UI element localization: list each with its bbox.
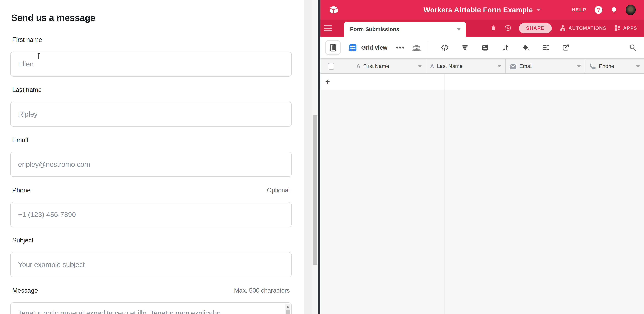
- page-title: Send us a message: [11, 12, 96, 23]
- message-maxchars-note: Max. 500 characters: [234, 287, 290, 294]
- airtable-window: Workers Airtable Form Example HELP ?: [320, 0, 644, 314]
- column-header-first-name[interactable]: A First Name: [320, 59, 426, 74]
- page-scrollbar-gutter: [304, 0, 318, 314]
- hide-fields-icon[interactable]: [441, 44, 449, 52]
- grid-header-row: A First Name A Last Name Email: [320, 59, 644, 74]
- view-sidebar-toggle-button[interactable]: [325, 40, 341, 55]
- grid-view-icon: [349, 44, 357, 52]
- column-caret-icon[interactable]: [498, 65, 501, 68]
- sort-icon[interactable]: [502, 44, 509, 52]
- color-fill-icon[interactable]: [522, 44, 529, 52]
- tab-form-submissions[interactable]: Form Submissions: [344, 22, 466, 37]
- add-record-plus-icon[interactable]: +: [325, 78, 330, 86]
- table-tabs-bar: Form Submissions: [320, 20, 644, 37]
- email-label: Email: [12, 137, 28, 144]
- airtable-logo-icon[interactable]: [329, 6, 338, 14]
- primary-column-divider: [444, 74, 444, 314]
- group-icon[interactable]: [482, 44, 489, 52]
- textarea-scrollbar[interactable]: [285, 304, 290, 314]
- first-name-label: First name: [12, 36, 42, 43]
- view-toolbar: Grid view: [320, 37, 644, 59]
- base-title-caret-icon[interactable]: [536, 9, 541, 11]
- notifications-bell-icon[interactable]: [610, 6, 618, 14]
- row-height-icon[interactable]: [542, 44, 550, 52]
- phone-label: Phone: [12, 187, 30, 194]
- apps-button[interactable]: APPS: [614, 25, 637, 32]
- last-name-label: Last name: [12, 86, 42, 93]
- phone-field-icon: [589, 63, 596, 70]
- user-avatar[interactable]: [626, 5, 636, 15]
- trash-icon[interactable]: [490, 25, 497, 32]
- grid-body: [320, 90, 644, 314]
- select-all-checkbox[interactable]: [328, 63, 334, 70]
- message-textarea[interactable]: Tenetur optio quaerat expedita vero et i…: [10, 302, 292, 314]
- email-field-icon: [509, 63, 516, 69]
- last-name-input[interactable]: [10, 102, 292, 127]
- filter-icon[interactable]: [462, 44, 469, 52]
- field-phone: Phone Optional: [10, 187, 292, 227]
- base-title[interactable]: Workers Airtable Form Example: [424, 6, 533, 14]
- view-options-ellipsis-icon[interactable]: [396, 47, 404, 49]
- scroll-up-arrow-icon[interactable]: [286, 306, 289, 308]
- airtable-app-header: Workers Airtable Form Example HELP ?: [320, 0, 644, 20]
- tables-menu-icon[interactable]: [324, 25, 332, 32]
- share-button[interactable]: SHARE: [519, 23, 552, 33]
- column-caret-icon[interactable]: [418, 65, 422, 68]
- field-last-name: Last name: [10, 86, 292, 127]
- textarea-scroll-thumb[interactable]: [286, 310, 290, 314]
- share-view-icon[interactable]: [562, 44, 570, 52]
- history-icon[interactable]: [504, 25, 512, 32]
- subject-label: Subject: [12, 237, 33, 244]
- message-label: Message: [12, 287, 38, 294]
- collaborators-icon[interactable]: [412, 44, 421, 51]
- column-header-last-name[interactable]: A Last Name: [426, 59, 506, 74]
- add-record-row[interactable]: +: [320, 74, 644, 90]
- field-subject: Subject: [10, 237, 292, 277]
- page-scrollbar-thumb[interactable]: [312, 115, 317, 265]
- column-header-phone[interactable]: Phone: [585, 59, 644, 74]
- window-divider: [318, 0, 320, 314]
- apps-icon: [614, 25, 621, 32]
- automations-button[interactable]: AUTOMATIONS: [559, 25, 606, 32]
- column-header-email[interactable]: Email: [506, 59, 585, 74]
- first-name-input[interactable]: [10, 52, 292, 77]
- text-field-icon: A: [430, 63, 434, 69]
- column-caret-icon[interactable]: [577, 65, 581, 68]
- help-question-icon[interactable]: ?: [594, 6, 602, 14]
- column-caret-icon[interactable]: [636, 65, 640, 68]
- field-message: Message Max. 500 characters Tenetur opti…: [10, 287, 292, 314]
- text-field-icon: A: [356, 63, 360, 69]
- help-button[interactable]: HELP: [572, 7, 587, 13]
- email-field[interactable]: [10, 152, 292, 177]
- message-placeholder-text: Tenetur optio quaerat expedita vero et i…: [18, 308, 278, 314]
- field-first-name: First name: [10, 36, 292, 77]
- subject-input[interactable]: [10, 252, 292, 277]
- grid-view-button[interactable]: Grid view: [349, 44, 387, 52]
- phone-optional-note: Optional: [267, 187, 290, 194]
- search-icon[interactable]: [629, 44, 637, 52]
- screen: Send us a message First name Last name E…: [0, 0, 644, 314]
- field-email: Email: [10, 137, 292, 177]
- contact-form-panel: Send us a message First name Last name E…: [0, 0, 304, 314]
- phone-input[interactable]: [10, 202, 292, 227]
- tab-caret-icon[interactable]: [457, 28, 461, 31]
- automations-icon: [559, 25, 566, 32]
